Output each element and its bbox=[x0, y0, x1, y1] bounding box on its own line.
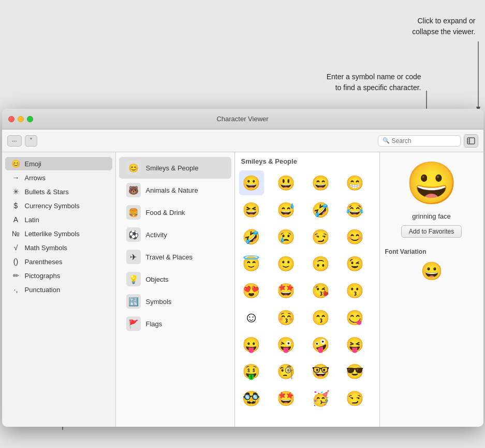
emoji-cell[interactable]: 🙂 bbox=[273, 251, 298, 276]
sidebar-icon: № bbox=[11, 229, 21, 238]
category-label: Flags bbox=[146, 320, 163, 328]
category-label: Animals & Nature bbox=[146, 186, 198, 194]
emoji-cell[interactable]: 😅 bbox=[273, 197, 298, 222]
sidebar-icon: → bbox=[11, 174, 21, 182]
sidebar-item-arrows[interactable]: →Arrows bbox=[5, 171, 112, 184]
search-input[interactable] bbox=[392, 137, 456, 144]
emoji-cell[interactable]: 😢 bbox=[273, 224, 298, 249]
emoji-cell[interactable]: 🙃 bbox=[308, 251, 333, 276]
sidebar-item-emoji[interactable]: 😊Emoji bbox=[5, 157, 112, 170]
emoji-cell[interactable]: 😏 bbox=[343, 386, 368, 411]
emoji-cell[interactable]: 😏 bbox=[308, 224, 333, 249]
emoji-cell[interactable]: 😛 bbox=[239, 332, 264, 357]
emoji-cell[interactable]: 😗 bbox=[343, 278, 368, 303]
emoji-cell[interactable]: 😄 bbox=[308, 170, 333, 195]
zoom-button[interactable] bbox=[27, 116, 33, 122]
sidebar-icon: ·, bbox=[11, 285, 21, 294]
emoji-cell[interactable]: 😘 bbox=[308, 278, 333, 303]
emoji-cell[interactable]: 🤩 bbox=[273, 278, 298, 303]
close-button[interactable] bbox=[8, 116, 14, 122]
font-variation-label: Font Variation bbox=[385, 248, 427, 255]
emoji-cell[interactable]: 😂 bbox=[343, 197, 368, 222]
category-item-animals---nature[interactable]: 🐻Animals & Nature bbox=[119, 179, 231, 201]
font-variation-emoji[interactable]: 😀 bbox=[421, 261, 443, 281]
emoji-grid-panel: Smileys & People 😀😃😄😁😆😅🤣😂🤣😢😏😊😇🙂🙃😉😍🤩😘😗☺😚😙… bbox=[235, 152, 380, 427]
emoji-panel-title: Smileys & People bbox=[235, 152, 379, 168]
emoji-cell[interactable]: 🤣 bbox=[239, 224, 264, 249]
sidebar-icon: ✳ bbox=[11, 187, 21, 196]
sidebar-item-latin[interactable]: ALatin bbox=[5, 213, 112, 226]
category-panel: 😊Smileys & People🐻Animals & Nature🍔Food … bbox=[116, 152, 235, 427]
titlebar: Character Viewer bbox=[2, 109, 483, 129]
emoji-cell[interactable]: 😁 bbox=[343, 170, 368, 195]
category-item-smileys---people[interactable]: 😊Smileys & People bbox=[119, 157, 231, 179]
emoji-cell[interactable]: 🤓 bbox=[308, 359, 333, 384]
sidebar-icon: A bbox=[11, 215, 21, 224]
emoji-cell[interactable]: 🧐 bbox=[273, 359, 298, 384]
detail-emoji-name: grinning face bbox=[412, 212, 450, 220]
emoji-cell[interactable]: 😉 bbox=[343, 251, 368, 276]
category-label: Travel & Places bbox=[146, 253, 193, 261]
sidebar-icon: 😊 bbox=[11, 160, 21, 168]
category-item-food---drink[interactable]: 🍔Food & Drink bbox=[119, 201, 231, 223]
emoji-cell[interactable]: 😊 bbox=[343, 224, 368, 249]
emoji-cell[interactable]: 😍 bbox=[239, 278, 264, 303]
emoji-cell[interactable]: 🤣 bbox=[308, 197, 333, 222]
category-item-activity[interactable]: ⚽Activity bbox=[119, 224, 231, 245]
category-icon: 💡 bbox=[126, 272, 141, 286]
sidebar-item-pictographs[interactable]: ✏Pictographs bbox=[5, 269, 112, 282]
sidebar-item-punctuation[interactable]: ·,Punctuation bbox=[5, 283, 112, 296]
category-label: Smileys & People bbox=[146, 164, 199, 172]
options-button[interactable]: ··· bbox=[7, 135, 22, 147]
sidebar-item-label: Latin bbox=[25, 216, 39, 224]
sidebar-item-parentheses[interactable]: ()Parentheses bbox=[5, 255, 112, 268]
emoji-cell[interactable]: 😎 bbox=[343, 359, 368, 384]
window-title: Character Viewer bbox=[216, 115, 268, 123]
options-icon: ··· bbox=[12, 137, 17, 144]
chevron-icon: ˅ bbox=[30, 137, 33, 144]
emoji-cell[interactable]: 😙 bbox=[308, 305, 333, 330]
add-to-favorites-button[interactable]: Add to Favorites bbox=[401, 225, 462, 238]
emoji-cell[interactable]: ☺ bbox=[239, 305, 264, 330]
emoji-cell[interactable]: 🤩 bbox=[273, 386, 298, 411]
category-item-flags[interactable]: 🚩Flags bbox=[119, 313, 231, 335]
sidebar-item-label: Bullets & Stars bbox=[25, 188, 69, 196]
emoji-cell[interactable]: 🥳 bbox=[308, 386, 333, 411]
emoji-cell[interactable]: 😃 bbox=[273, 170, 298, 195]
emoji-cell[interactable]: 😚 bbox=[273, 305, 298, 330]
category-item-travel---places[interactable]: ✈Travel & Places bbox=[119, 246, 231, 268]
category-icon: ✈ bbox=[126, 250, 141, 264]
search-icon: 🔍 bbox=[383, 137, 390, 144]
chevron-button[interactable]: ˅ bbox=[25, 135, 37, 147]
emoji-cell[interactable]: 😋 bbox=[343, 305, 368, 330]
annotation-topright: Click to expand orcollapse the viewer. bbox=[412, 16, 475, 37]
sidebar-item-bullets---stars[interactable]: ✳Bullets & Stars bbox=[5, 185, 112, 198]
emoji-cell[interactable]: 😜 bbox=[273, 332, 298, 357]
emoji-cell[interactable]: 🤑 bbox=[239, 359, 264, 384]
emoji-cell[interactable]: 😆 bbox=[239, 197, 264, 222]
sidebar-icon: √ bbox=[11, 243, 21, 252]
svg-rect-8 bbox=[467, 138, 475, 144]
category-label: Food & Drink bbox=[146, 209, 185, 216]
sidebar-item-label: Math Symbols bbox=[25, 244, 67, 252]
traffic-lights bbox=[8, 116, 33, 122]
minimize-button[interactable] bbox=[18, 116, 24, 122]
emoji-cell[interactable]: 😝 bbox=[343, 332, 368, 357]
sidebar-item-currency-symbols[interactable]: $Currency Symbols bbox=[5, 199, 112, 212]
sidebar-item-math-symbols[interactable]: √Math Symbols bbox=[5, 241, 112, 254]
category-icon: ⚽ bbox=[126, 227, 141, 242]
emoji-cell[interactable]: 🤪 bbox=[308, 332, 333, 357]
search-field[interactable]: 🔍 bbox=[378, 135, 461, 147]
category-item-objects[interactable]: 💡Objects bbox=[119, 268, 231, 290]
detail-panel: 😀 grinning face Add to Favorites Font Va… bbox=[380, 152, 483, 427]
expand-button[interactable] bbox=[464, 134, 478, 148]
emoji-cell[interactable]: 🥸 bbox=[239, 386, 264, 411]
sidebar-item-letterlike-symbols[interactable]: №Letterlike Symbols bbox=[5, 227, 112, 240]
sidebar-icon: ✏ bbox=[11, 271, 21, 280]
category-item-symbols[interactable]: 🔣Symbols bbox=[119, 291, 231, 312]
emoji-cell[interactable]: 😇 bbox=[239, 251, 264, 276]
category-icon: 🐻 bbox=[126, 183, 141, 197]
character-viewer-window: Character Viewer ··· ˅ 🔍 bbox=[2, 109, 483, 427]
emoji-cell[interactable]: 😀 bbox=[239, 170, 264, 195]
sidebar-item-label: Currency Symbols bbox=[25, 202, 80, 210]
